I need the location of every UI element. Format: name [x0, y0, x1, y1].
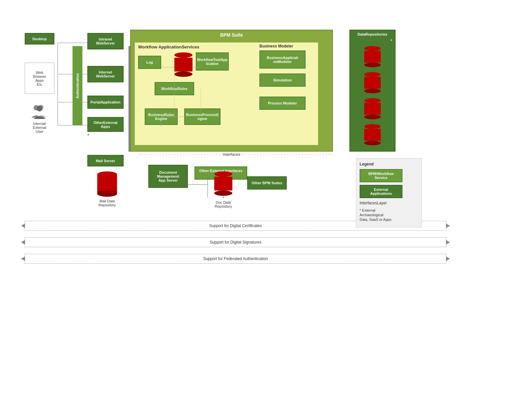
log-box: Log: [138, 56, 161, 69]
other-external-apps-box: OtherExternal Apps: [87, 117, 124, 132]
interfaces-label-text: Interfaces: [223, 152, 240, 157]
log-label: Log: [146, 60, 153, 64]
db1: [364, 46, 381, 67]
workflow-rules-label: WorkflowRules: [161, 87, 187, 91]
data-repos-container: DataRepositories *: [349, 30, 396, 152]
doc-repo-label: Doc Data Repository: [214, 200, 232, 208]
biz-modeler-section: Business Modeler BusinessApplicati onMod…: [259, 42, 314, 146]
business-rules-engine-box: BusinessRules Engine: [145, 108, 178, 125]
mail-db-cylinder: [97, 171, 117, 197]
auth-label: Authentication: [75, 73, 79, 99]
sigs-arrow-right: [446, 240, 450, 245]
workflow-db-area: [174, 52, 192, 78]
interfaces-bottom-label: Interfaces: [130, 152, 333, 157]
legend-asterisk-label: * External Archaeological Data, SaaS or …: [360, 208, 392, 221]
legend-bpm-box: BPM/Workflow Service: [360, 169, 402, 182]
support-fedauth-label: Support for Federated Authentication: [203, 256, 268, 261]
portal-app-label: PortalApplication: [90, 100, 120, 104]
legend-bpm-item: BPM/Workflow Service: [360, 169, 418, 182]
simulation-label: Simulation: [273, 78, 292, 82]
mail-data-repo-area: Mail Data Repository: [97, 171, 117, 207]
doc-repo-asterisk: *: [214, 196, 232, 200]
db4-area: [350, 124, 395, 145]
diagram-container: Desktop Web Browser Apps Etc Internal/ E…: [0, 0, 532, 412]
doc-data-repo-area: * Doc Data Repository: [214, 171, 232, 208]
workflow-tool-label: WorkflowToolApp lication: [197, 58, 227, 66]
support-fedauth-bar: Support for Federated Authentication: [25, 254, 446, 264]
doc-db-cylinder: [214, 171, 232, 196]
sigs-arrow-left: [21, 240, 25, 245]
legend-interfaces-label: InterfacesLayer: [360, 201, 387, 205]
desktop-label: Desktop: [32, 37, 46, 41]
mail-server-label: Mail Server: [96, 159, 115, 163]
intranet-webserver-box: Intranet WebServer: [87, 33, 124, 49]
process-modeler-label: Process Modeler: [268, 101, 297, 105]
biz-process-label: BusinessProcessE ngine: [186, 113, 219, 121]
desktop-box: Desktop: [25, 33, 54, 44]
certs-arrow-left: [21, 223, 25, 228]
user-icon: [30, 104, 49, 120]
support-certs-label: Support for Digital Certificates: [209, 223, 262, 228]
fedauth-arrow-left: [21, 256, 25, 261]
bpm-suite-container: BPM Suite Workflow ApplicationServices L…: [130, 30, 333, 152]
doc-management-box: Document Management App Server: [148, 165, 188, 188]
web-browser-label: Web Browser Apps Etc: [33, 71, 46, 86]
legend-bpm-label: BPM/Workflow Service: [369, 172, 394, 180]
workflow-db: [174, 52, 192, 77]
user-area: Internal/ External User: [25, 104, 54, 133]
intranet-webserver-label: Intranet WebServer: [96, 37, 115, 45]
legend-interfaces-item: InterfacesLayer: [360, 201, 418, 205]
authentication-bar: Authentication: [73, 46, 82, 125]
biz-rules-label: BusinessRules Engine: [148, 113, 174, 121]
doc-management-label: Document Management App Server: [157, 170, 179, 182]
process-modeler-box: Process Modeler: [259, 97, 306, 110]
support-sigs-bar: Support for Digital Signatures: [25, 237, 446, 247]
legend-title: Legend: [360, 162, 418, 166]
db2-area: [350, 72, 395, 93]
other-ext-apps-label: OtherExternal Apps: [94, 121, 118, 129]
db3-area: [350, 98, 395, 119]
business-process-engine-box: BusinessProcessE ngine: [184, 108, 221, 125]
legend-external-box: External Applications: [360, 185, 402, 198]
internet-webserver-label: Internet WebServer: [96, 70, 115, 78]
legend-external-label: External Applications: [370, 188, 392, 195]
fedauth-arrow-right: [446, 256, 450, 261]
workflow-rules-box: WorkflowRules: [155, 82, 194, 95]
legend-box: Legend BPM/Workflow Service External App…: [356, 158, 422, 227]
db4: [364, 124, 381, 145]
simulation-box: Simulation: [259, 74, 306, 87]
user-label: Internal/ External User: [25, 122, 54, 133]
certs-arrow-right: [446, 223, 450, 228]
internet-webserver-box: Internet WebServer: [87, 66, 124, 82]
legend-external-item: External Applications: [360, 185, 418, 198]
mail-server-box: Mail Server: [87, 155, 124, 166]
support-sigs-label: Support for Digital Signatures: [210, 240, 261, 245]
other-bpm-label: Other BPM Suites: [252, 181, 282, 185]
data-repos-title: DataRepositories: [350, 30, 395, 38]
biz-app-modeler-box: BusinessApplicati onModeler: [259, 50, 306, 69]
db3: [364, 98, 381, 119]
biz-app-modeler-label: BusinessApplicati onModeler: [267, 56, 298, 64]
svg-point-16: [37, 105, 43, 111]
workflow-tool-app-box: WorkflowToolApp lication: [196, 52, 229, 71]
portal-application-box: PortalApplication: [87, 96, 124, 109]
other-ext-asterisk: *: [87, 133, 89, 138]
legend-asterisk-item: * External Archaeological Data, SaaS or …: [360, 208, 418, 222]
db1-area: [350, 46, 395, 67]
biz-modeler-title: Business Modeler: [259, 42, 314, 50]
web-browser-box: Web Browser Apps Etc: [25, 63, 54, 94]
other-bpm-suites-box: Other BPM Suites: [247, 176, 287, 190]
data-repos-asterisk: *: [350, 38, 395, 44]
db2: [364, 72, 381, 93]
bpm-suite-title: BPM Suite: [131, 30, 332, 40]
mail-repo-label: Mail Data Repository: [97, 199, 117, 207]
